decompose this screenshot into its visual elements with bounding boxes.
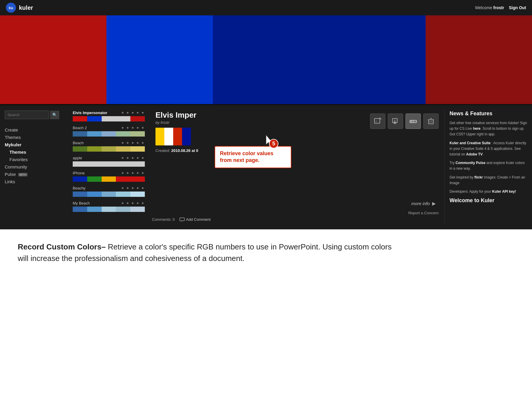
search-input[interactable] (5, 111, 49, 119)
nav-right: Welcome frostr Sign Out (475, 5, 526, 10)
news-para-5: Developers: Apply for your Kuler API key… (450, 189, 527, 194)
theme-stars: ★ ★ ★ ★ ★ (121, 156, 145, 160)
sidebar-item-themes[interactable]: Themes (5, 134, 68, 141)
theme-stars: ★ ★ ★ ★ ★ (121, 111, 145, 115)
banner-swatch-1 (0, 15, 106, 104)
detail-swatch (155, 128, 191, 145)
banner-swatch-2 (106, 15, 213, 104)
sidebar: 🔍 Create Themes Mykuler Themes Favorites… (5, 111, 73, 224)
theme-stars: ★ ★ ★ ★ ★ (121, 141, 145, 145)
cs-live-link[interactable]: here (473, 126, 480, 131)
svg-marker-17 (181, 221, 182, 222)
list-item[interactable]: Elvis Impersonator ★ ★ ★ ★ ★ (73, 111, 145, 121)
news-body: Get other free creative services from Ad… (450, 120, 527, 194)
welcome-kuler: Welcome to Kuler (450, 197, 527, 204)
cursor-badge-area: 5 (265, 134, 280, 149)
news-title: News & Features (450, 111, 527, 117)
list-item[interactable]: iPhone ★ ★ ★ ★ ★ (73, 171, 145, 182)
comment-icon (179, 218, 185, 222)
list-item[interactable]: Beachy ★ ★ ★ ★ ★ (73, 186, 145, 197)
download-icon (392, 117, 399, 125)
delete-button[interactable] (423, 113, 439, 129)
tooltip-box: Retrieve color values from next page. (215, 146, 291, 168)
comments-count: Comments: 0 (152, 217, 175, 222)
theme-name: Beach (73, 141, 84, 145)
theme-name: Elvis Impersonator (73, 111, 107, 115)
news-para-1: Get other free creative services from Ad… (450, 120, 527, 137)
sidebar-item-pulse[interactable]: Pulse BETA (5, 171, 68, 178)
list-item[interactable]: apple ★ ★ ★ ★ ★ (73, 156, 145, 167)
pagination-area: more info ▶ (411, 201, 436, 206)
theme-color-strip (73, 192, 145, 197)
banner-swatch-4 (319, 15, 426, 104)
svg-text:+: + (375, 120, 377, 123)
download-button[interactable] (388, 113, 403, 129)
action-buttons: + (370, 113, 439, 129)
add-library-icon: + (374, 117, 382, 125)
news-para-3: Try Community Pulse and explore Kuler co… (450, 160, 527, 171)
color-banner (0, 15, 532, 104)
add-comment-button[interactable]: Add Comment (179, 217, 210, 222)
theme-color-strip (73, 146, 145, 152)
sidebar-item-create[interactable]: Create (5, 126, 68, 134)
theme-stars: ★ ★ ★ ★ ★ (121, 201, 145, 205)
theme-stars: ★ ★ ★ ★ ★ (121, 171, 145, 175)
sidebar-item-mykuler-themes[interactable]: Themes (5, 148, 68, 156)
welcome-text: Welcome frostr (475, 5, 504, 10)
sign-out-button[interactable]: Sign Out (509, 5, 526, 10)
svg-rect-16 (180, 218, 184, 221)
theme-name: apple (73, 156, 82, 160)
search-button[interactable]: 🔍 (50, 111, 59, 119)
svg-rect-10 (429, 120, 433, 124)
comments-row: Comments: 0 Add Comment (150, 217, 210, 222)
theme-stars: ★ ★ ★ ★ ★ (121, 126, 145, 130)
bottom-text: Record Custom Colors– Retrieve a color's… (18, 241, 402, 264)
sidebar-item-favorites[interactable]: Favorites (5, 156, 68, 163)
theme-color-strip (73, 207, 145, 212)
tooltip-text: Retrieve color values from next page. (220, 150, 273, 163)
theme-list: Elvis Impersonator ★ ★ ★ ★ ★ Beach 2 ★ ★… (73, 111, 150, 224)
news-panel: News & Features Get other free creative … (445, 111, 527, 224)
theme-color-strip (73, 131, 145, 137)
theme-name: iPhone (73, 171, 85, 175)
list-item[interactable]: Beach ★ ★ ★ ★ ★ (73, 141, 145, 152)
beta-badge: BETA (18, 173, 27, 176)
add-to-library-button[interactable]: + (370, 113, 385, 129)
banner-swatch-3 (213, 15, 319, 104)
app-title: kuler (19, 4, 33, 11)
app-area: 🔍 Create Themes Mykuler Themes Favorites… (0, 105, 532, 229)
theme-color-strip (73, 161, 145, 167)
step-badge: 5 (269, 139, 278, 148)
detail-created: Created: 2010.08.26 at 0 (155, 148, 439, 153)
sidebar-item-mykuler[interactable]: Mykuler (5, 141, 68, 148)
news-para-4: Get inspired by flickr images: Create > … (450, 175, 527, 186)
top-nav: ku kuler Welcome frostr Sign Out (0, 0, 532, 15)
sidebar-item-community[interactable]: Community (5, 163, 68, 171)
theme-color-strip (73, 116, 145, 121)
banner-swatch-5 (426, 15, 532, 104)
list-item[interactable]: Beach 2 ★ ★ ★ ★ ★ (73, 126, 145, 137)
edit-icon (409, 117, 417, 125)
edit-button[interactable] (406, 113, 421, 129)
news-para-2: Kuler and Creative Suite : Access Kuler … (450, 140, 527, 158)
list-item[interactable]: My Beach ★ ★ ★ ★ ★ (73, 201, 145, 212)
search-row: 🔍 (5, 111, 68, 119)
bottom-section: Record Custom Colors– Retrieve a color's… (0, 229, 532, 276)
theme-name: Beachy (73, 186, 85, 190)
next-page-button[interactable]: ▶ (432, 201, 436, 206)
sidebar-item-links[interactable]: Links (5, 178, 68, 185)
main-detail: + (150, 111, 445, 224)
theme-name: My Beach (73, 201, 90, 205)
logo-icon: ku (6, 3, 16, 13)
more-info-text: more info (411, 201, 430, 206)
report-concern-link[interactable]: Report a Concern (408, 211, 439, 215)
theme-stars: ★ ★ ★ ★ ★ (121, 186, 145, 190)
delete-icon (427, 117, 435, 125)
theme-name: Beach 2 (73, 126, 87, 130)
theme-color-strip (73, 176, 145, 182)
